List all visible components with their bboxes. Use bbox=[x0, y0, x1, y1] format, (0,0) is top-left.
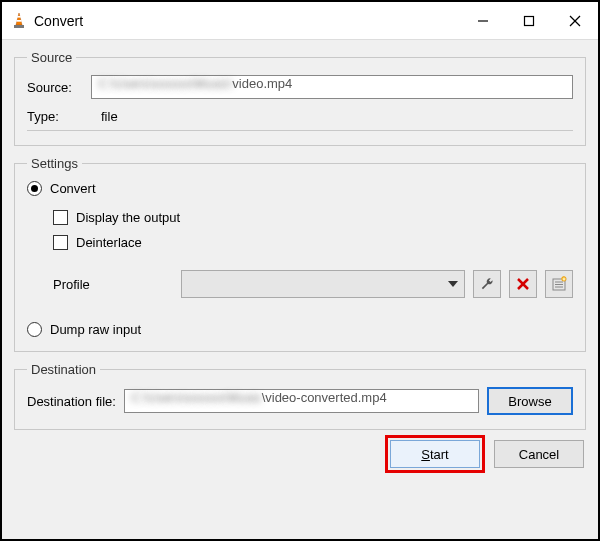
profile-label: Profile bbox=[53, 277, 173, 292]
destination-group: Destination Destination file: C:\Users\x… bbox=[14, 362, 586, 430]
convert-radio[interactable]: Convert bbox=[27, 181, 573, 196]
checkbox-icon bbox=[53, 235, 68, 250]
dump-raw-label: Dump raw input bbox=[50, 322, 141, 337]
maximize-button[interactable] bbox=[506, 2, 552, 39]
radio-icon bbox=[27, 181, 42, 196]
svg-rect-2 bbox=[16, 20, 21, 22]
dump-raw-radio[interactable]: Dump raw input bbox=[27, 322, 573, 337]
new-profile-button[interactable] bbox=[545, 270, 573, 298]
svg-rect-5 bbox=[525, 16, 534, 25]
svg-rect-1 bbox=[17, 16, 21, 18]
window-controls bbox=[460, 2, 598, 39]
radio-icon bbox=[27, 322, 42, 337]
convert-dialog: Convert Source Source: C:\Users\xxxxxx\M… bbox=[0, 0, 600, 541]
source-path-hidden: C:\Users\xxxxxx\Music\ bbox=[98, 76, 232, 91]
svg-marker-0 bbox=[16, 13, 22, 25]
vlc-icon bbox=[10, 12, 28, 30]
window-title: Convert bbox=[34, 13, 83, 29]
checkbox-icon bbox=[53, 210, 68, 225]
destination-path-visible: \video-converted.mp4 bbox=[262, 390, 387, 405]
chevron-down-icon bbox=[448, 281, 458, 287]
destination-legend: Destination bbox=[27, 362, 100, 377]
source-legend: Source bbox=[27, 50, 76, 65]
browse-label: Browse bbox=[508, 394, 551, 409]
settings-legend: Settings bbox=[27, 156, 82, 171]
close-button[interactable] bbox=[552, 2, 598, 39]
source-path-visible: video.mp4 bbox=[232, 76, 292, 91]
client-area: Source Source: C:\Users\xxxxxx\Music\vid… bbox=[2, 40, 598, 539]
cancel-button[interactable]: Cancel bbox=[494, 440, 584, 468]
wrench-icon bbox=[479, 276, 495, 292]
display-output-checkbox[interactable]: Display the output bbox=[53, 210, 573, 225]
source-group: Source Source: C:\Users\xxxxxx\Music\vid… bbox=[14, 50, 586, 146]
start-button[interactable]: Start bbox=[390, 440, 480, 468]
destination-path-hidden: C:\Users\xxxxxx\Music bbox=[131, 390, 262, 405]
delete-profile-button[interactable] bbox=[509, 270, 537, 298]
type-label: Type: bbox=[27, 109, 83, 124]
display-output-label: Display the output bbox=[76, 210, 180, 225]
source-label: Source: bbox=[27, 80, 83, 95]
source-path-input[interactable]: C:\Users\xxxxxx\Music\video.mp4 bbox=[91, 75, 573, 99]
destination-label: Destination file: bbox=[27, 394, 116, 409]
new-profile-icon bbox=[551, 276, 567, 292]
svg-rect-3 bbox=[14, 25, 24, 28]
svg-marker-8 bbox=[448, 281, 458, 287]
browse-button[interactable]: Browse bbox=[487, 387, 573, 415]
cancel-label: Cancel bbox=[519, 447, 559, 462]
minimize-button[interactable] bbox=[460, 2, 506, 39]
type-value: file bbox=[101, 109, 118, 124]
profile-combobox[interactable] bbox=[181, 270, 465, 298]
titlebar: Convert bbox=[2, 2, 598, 40]
convert-radio-label: Convert bbox=[50, 181, 96, 196]
dialog-footer: Start Cancel bbox=[14, 440, 586, 468]
deinterlace-label: Deinterlace bbox=[76, 235, 142, 250]
edit-profile-button[interactable] bbox=[473, 270, 501, 298]
delete-icon bbox=[516, 277, 530, 291]
start-label: Start bbox=[421, 447, 448, 462]
deinterlace-checkbox[interactable]: Deinterlace bbox=[53, 235, 573, 250]
destination-path-input[interactable]: C:\Users\xxxxxx\Music\video-converted.mp… bbox=[124, 389, 479, 413]
settings-group: Settings Convert Display the output Dein… bbox=[14, 156, 586, 352]
